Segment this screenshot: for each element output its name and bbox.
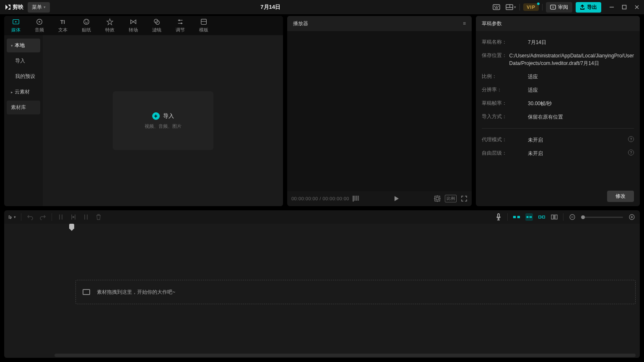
zoom-thumb[interactable]	[581, 215, 585, 219]
play-button[interactable]	[393, 195, 400, 202]
mic-icon[interactable]	[495, 213, 502, 221]
menu-label: 菜单	[32, 4, 42, 11]
split-right-button[interactable]	[82, 213, 90, 221]
nav-library[interactable]: 素材库	[7, 101, 40, 114]
split-left-button[interactable]	[70, 213, 77, 221]
selection-indicator-icon[interactable]	[353, 196, 359, 202]
prop-name-value: 7月14日	[528, 39, 634, 46]
svg-rect-1	[494, 6, 495, 7]
separator	[542, 4, 543, 10]
prop-free-label: 自由层级：	[482, 150, 528, 157]
svg-rect-32	[436, 197, 439, 200]
player-title: 播放器	[293, 20, 308, 27]
minimize-button[interactable]	[609, 4, 615, 10]
playhead-handle-icon[interactable]	[69, 224, 74, 229]
svg-rect-2	[496, 6, 497, 7]
review-button[interactable]: 审阅	[546, 2, 572, 13]
magnet-auto-icon[interactable]	[525, 213, 533, 221]
app-name: 剪映	[13, 3, 23, 11]
tab-audio[interactable]: 音频	[28, 16, 51, 35]
adjust-icon	[177, 18, 184, 26]
player-menu-icon[interactable]: ≡	[463, 21, 466, 26]
tab-adjust[interactable]: 调节	[169, 16, 192, 35]
timeline-tracks[interactable]: 素材拖拽到这里，开始你的大作吧~	[4, 224, 640, 358]
tab-sticker[interactable]: 贴纸	[75, 16, 98, 35]
media-panel: 媒体 音频 TI 文本 贴纸 特效 转场	[4, 16, 283, 206]
tab-effect[interactable]: 特效	[98, 16, 122, 35]
prop-ratio-value: 适应	[528, 73, 634, 80]
prop-fps-label: 草稿帧率：	[482, 100, 528, 107]
import-subtitle: 视频、音频、图片	[145, 123, 182, 129]
svg-point-27	[181, 23, 182, 24]
svg-point-17	[39, 21, 40, 23]
help-icon[interactable]: ?	[628, 150, 634, 155]
import-dropzone[interactable]: + 导入 视频、音频、图片	[113, 91, 213, 150]
fullscreen-icon[interactable]	[461, 195, 467, 202]
prop-fps-value: 30.00帧/秒	[528, 100, 634, 107]
player-viewport[interactable]	[287, 31, 472, 191]
ratio-button[interactable]: 比例	[445, 195, 457, 202]
layout-icon[interactable]: ▾	[505, 3, 516, 12]
prop-path-value: C:/Users/Administrator/AppData/Local/Jia…	[509, 52, 634, 67]
shortcuts-icon[interactable]	[491, 3, 502, 12]
audio-icon	[36, 18, 43, 26]
export-button[interactable]: 导出	[576, 2, 601, 13]
svg-rect-28	[201, 19, 207, 25]
nav-local[interactable]: 本地	[7, 39, 40, 52]
app-logo: 剪映	[4, 3, 23, 11]
svg-rect-46	[517, 216, 520, 218]
delete-button[interactable]	[95, 213, 102, 221]
svg-rect-11	[623, 5, 626, 9]
svg-rect-50	[539, 216, 541, 218]
snapshot-icon[interactable]	[434, 195, 441, 202]
svg-rect-53	[551, 215, 553, 219]
media-side-nav: 本地 导入 我的预设 云素材 素材库	[4, 35, 43, 206]
tab-text[interactable]: TI 文本	[51, 16, 75, 35]
timeline-scrollbar[interactable]	[55, 354, 636, 357]
nav-import[interactable]: 导入	[7, 54, 40, 68]
separator	[507, 213, 508, 221]
svg-point-25	[179, 20, 180, 21]
undo-button[interactable]	[26, 213, 34, 221]
vip-badge[interactable]: VIP	[523, 3, 539, 11]
zoom-slider[interactable]	[581, 217, 623, 218]
link-icon[interactable]	[538, 213, 545, 221]
import-label: 导入	[163, 112, 174, 120]
redo-button[interactable]	[39, 213, 47, 221]
timeline-drop-lane[interactable]: 素材拖拽到这里，开始你的大作吧~	[75, 280, 636, 304]
template-icon	[200, 18, 208, 26]
media-icon	[12, 18, 20, 26]
zoom-in-icon[interactable]	[628, 213, 636, 221]
tab-filter[interactable]: 滤镜	[145, 16, 169, 35]
svg-point-19	[84, 19, 89, 25]
export-icon	[580, 5, 585, 10]
cursor-tool[interactable]: ▾	[8, 213, 16, 221]
close-button[interactable]	[634, 4, 640, 10]
nav-cloud[interactable]: 云素材	[7, 85, 40, 99]
svg-rect-0	[493, 5, 500, 10]
svg-point-20	[85, 21, 86, 21]
svg-marker-15	[15, 21, 17, 23]
transition-icon	[130, 18, 137, 26]
tab-transition[interactable]: 转场	[122, 16, 145, 35]
chevron-down-icon: ▾	[44, 5, 46, 9]
svg-rect-5	[506, 5, 513, 10]
tab-template[interactable]: 模板	[192, 16, 216, 35]
svg-rect-44	[498, 214, 499, 217]
prop-res-label: 分辨率：	[482, 86, 528, 94]
maximize-button[interactable]	[621, 4, 627, 10]
player-panel: 播放器 ≡ 00:00:00:00 / 00:00:00:00 比例	[287, 16, 472, 206]
svg-marker-9	[553, 6, 554, 8]
tab-media[interactable]: 媒体	[4, 16, 28, 35]
draft-panel: 草稿参数 草稿名称：7月14日 保存位置：C:/Users/Administra…	[476, 16, 640, 206]
zoom-out-icon[interactable]	[569, 213, 576, 221]
playhead[interactable]	[71, 224, 72, 358]
modify-button[interactable]: 修改	[607, 191, 634, 202]
help-icon[interactable]: ?	[628, 136, 634, 142]
menu-button[interactable]: 菜单 ▾	[28, 2, 50, 13]
nav-my-presets[interactable]: 我的预设	[7, 70, 40, 83]
split-button[interactable]	[57, 213, 65, 221]
magnet-main-icon[interactable]	[513, 213, 520, 221]
preview-cut-icon[interactable]	[551, 213, 558, 221]
text-icon: TI	[59, 18, 67, 26]
